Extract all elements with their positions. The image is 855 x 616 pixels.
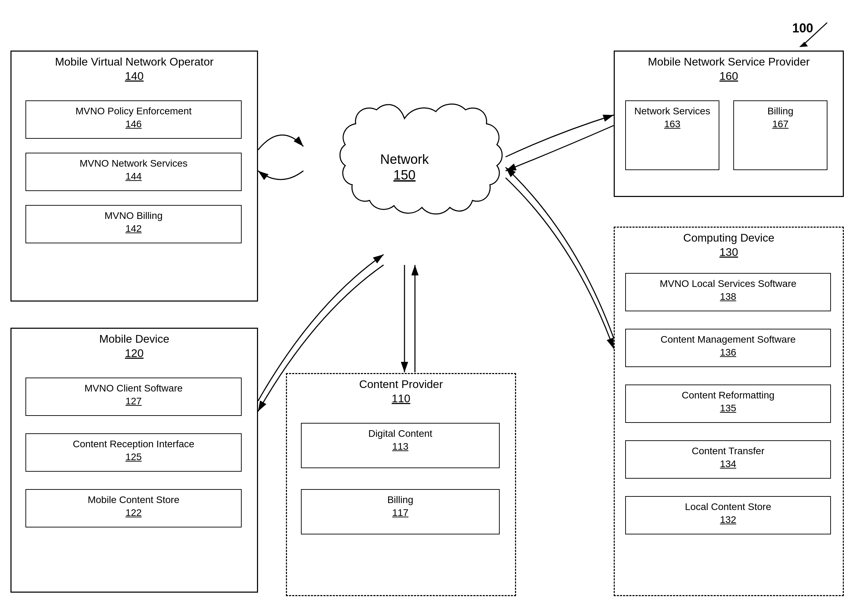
network-services-box: Network Services 163 [625, 100, 719, 170]
content-reformatting-title: Content Reformatting [626, 385, 830, 403]
content-management-number: 136 [626, 347, 830, 361]
computing-device-title: Computing Device [615, 228, 843, 246]
mobile-device-box: Mobile Device 120 MVNO Client Software 1… [11, 328, 258, 593]
content-provider-box: Content Provider 110 Digital Content 113… [286, 373, 516, 596]
mvno-billing-number: 142 [26, 223, 241, 237]
content-transfer-box: Content Transfer 134 [625, 440, 831, 479]
mvno-network-number: 144 [26, 171, 241, 185]
content-reformatting-number: 135 [626, 403, 830, 417]
mvno-local-services-number: 138 [626, 291, 830, 305]
mobile-content-store-title: Mobile Content Store [26, 490, 241, 507]
mnsp-billing-box: Billing 167 [733, 100, 827, 170]
diagram: 100 Mobile Virtual Network Operator 140 … [0, 0, 855, 616]
mvno-box: Mobile Virtual Network Operator 140 MVNO… [11, 51, 258, 302]
mvno-policy-title: MVNO Policy Enforcement [26, 101, 241, 118]
mnsp-title: Mobile Network Service Provider [615, 52, 843, 70]
local-content-store-title: Local Content Store [626, 497, 830, 514]
mobile-content-store-box: Mobile Content Store 122 [26, 489, 242, 527]
mvno-policy-number: 146 [26, 118, 241, 132]
mvno-policy-box: MVNO Policy Enforcement 146 [26, 100, 242, 139]
network-cloud: Network 150 [303, 98, 506, 265]
content-reformatting-box: Content Reformatting 135 [625, 385, 831, 423]
mobile-device-title: Mobile Device [12, 329, 257, 347]
mvno-billing-title: MVNO Billing [26, 206, 241, 223]
mvno-network-box: MVNO Network Services 144 [26, 153, 242, 191]
mvno-client-box: MVNO Client Software 127 [26, 377, 242, 416]
mvno-network-title: MVNO Network Services [26, 153, 241, 171]
svg-text:Network: Network [380, 152, 429, 167]
svg-marker-1 [799, 42, 808, 47]
mobile-content-store-number: 122 [26, 507, 241, 521]
mnsp-billing-number: 167 [734, 118, 827, 132]
mnsp-number: 160 [615, 70, 843, 86]
computing-device-box: Computing Device 130 MVNO Local Services… [614, 227, 844, 596]
svg-text:150: 150 [393, 168, 415, 182]
local-content-store-number: 132 [626, 514, 830, 528]
network-services-number: 163 [626, 118, 719, 132]
content-reception-box: Content Reception Interface 125 [26, 433, 242, 472]
content-management-title: Content Management Software [626, 329, 830, 347]
computing-device-number: 130 [615, 246, 843, 262]
mvno-title: Mobile Virtual Network Operator [12, 52, 257, 70]
network-cloud-svg: Network 150 [303, 98, 506, 265]
local-content-store-box: Local Content Store 132 [625, 496, 831, 535]
cp-billing-title: Billing [302, 490, 499, 507]
mvno-billing-box: MVNO Billing 142 [26, 205, 242, 243]
mvno-local-services-box: MVNO Local Services Software 138 [625, 273, 831, 311]
mnsp-billing-title: Billing [734, 101, 827, 118]
content-transfer-number: 134 [626, 458, 830, 472]
digital-content-title: Digital Content [302, 424, 499, 441]
content-reception-number: 125 [26, 452, 241, 466]
digital-content-box: Digital Content 113 [301, 423, 500, 468]
ref-arrow [792, 19, 834, 54]
svg-line-0 [803, 23, 827, 45]
content-management-box: Content Management Software 136 [625, 329, 831, 367]
mnsp-box: Mobile Network Service Provider 160 Netw… [614, 51, 844, 197]
content-provider-number: 110 [287, 392, 515, 409]
mvno-local-services-title: MVNO Local Services Software [626, 274, 830, 291]
cp-billing-number: 117 [302, 507, 499, 521]
content-reception-title: Content Reception Interface [26, 434, 241, 452]
mvno-number: 140 [12, 70, 257, 86]
mvno-client-title: MVNO Client Software [26, 378, 241, 396]
mobile-device-number: 120 [12, 347, 257, 363]
digital-content-number: 113 [302, 441, 499, 455]
mvno-client-number: 127 [26, 396, 241, 410]
cp-billing-box: Billing 117 [301, 489, 500, 535]
network-services-title: Network Services [626, 101, 719, 118]
content-provider-title: Content Provider [287, 374, 515, 392]
content-transfer-title: Content Transfer [626, 441, 830, 458]
